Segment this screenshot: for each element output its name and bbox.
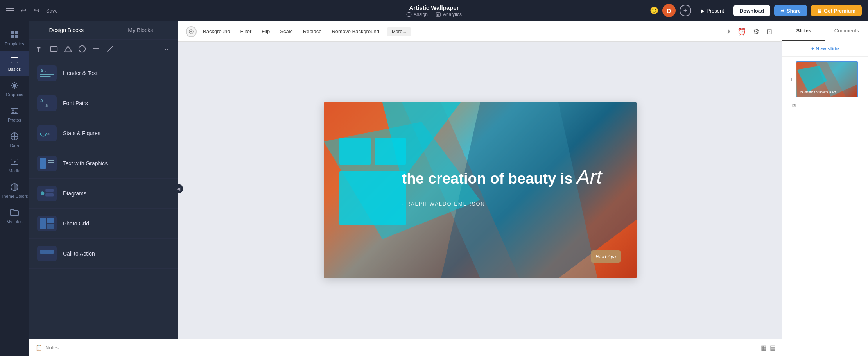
svg-rect-56 — [339, 171, 406, 225]
panel-tabs: Design Blocks My Blocks — [29, 21, 178, 40]
toolbar-background[interactable]: Background — [199, 26, 234, 37]
screenshot-icon-button[interactable]: ⊡ — [764, 25, 774, 38]
slide-action-bar: ⧉ — [787, 100, 863, 110]
slide-action-button[interactable]: ⧉ — [792, 102, 796, 109]
block-item-diagrams[interactable]: Diagrams — [29, 179, 178, 209]
svg-rect-7 — [11, 35, 14, 38]
tab-comments[interactable]: Comments — [825, 21, 868, 41]
block-item-header-text[interactable]: A a Header & Text — [29, 58, 178, 88]
rect-shape-button[interactable] — [50, 45, 58, 53]
sidebar-item-data[interactable]: Data — [0, 127, 29, 152]
notes-bar: 📋 Notes ▦ ▤ — [178, 339, 782, 356]
share-icon: ➦ — [780, 8, 785, 14]
redo-button[interactable]: ↪ — [32, 5, 41, 16]
save-label[interactable]: Save — [46, 8, 58, 14]
sidebar-item-templates[interactable]: Templates — [0, 25, 29, 51]
assign-item[interactable]: Assign — [406, 12, 428, 17]
notes-view-buttons: ▦ ▤ — [761, 344, 776, 351]
svg-rect-19 — [51, 47, 57, 52]
topbar-right: 🙂 D + ▶ Present Download ➦ Share ♛ Get P… — [650, 4, 862, 17]
new-slide-button[interactable]: + New slide — [782, 41, 868, 57]
svg-rect-40 — [45, 193, 54, 197]
block-label-photo-grid: Photo Grid — [63, 220, 89, 227]
toolbar-filter[interactable]: Filter — [236, 26, 255, 37]
share-button[interactable]: ➦ Share — [774, 5, 807, 16]
svg-line-24 — [113, 46, 113, 47]
svg-rect-41 — [40, 218, 46, 229]
shape-more-button[interactable]: ⋯ — [164, 45, 171, 53]
photo-grid-icon — [37, 216, 57, 231]
text-shape-button[interactable]: T — [36, 45, 44, 53]
block-item-photo-grid[interactable]: Photo Grid — [29, 209, 178, 239]
svg-point-11 — [13, 84, 16, 88]
timer-icon-button[interactable]: ⏰ — [735, 25, 748, 38]
premium-button[interactable]: ♛ Get Premium — [811, 5, 862, 16]
svg-rect-33 — [40, 158, 46, 169]
sidebar-item-my-files[interactable]: My Files — [0, 203, 29, 229]
block-item-stats[interactable]: % Stats & Figures — [29, 118, 178, 148]
svg-point-48 — [190, 31, 192, 32]
grid-view-button[interactable]: ▦ — [761, 344, 767, 351]
avatar: D — [662, 4, 676, 17]
svg-point-37 — [41, 191, 45, 195]
sidebar-item-theme-colors[interactable]: Theme Colors — [0, 178, 29, 203]
block-item-cta[interactable]: Call to Action — [29, 239, 178, 269]
svg-point-0 — [407, 12, 411, 17]
collapse-panel-button[interactable]: ◀ — [174, 184, 183, 193]
slide-canvas[interactable]: the creation of beauty is Art - RALPH WA… — [324, 102, 637, 278]
music-icon-button[interactable]: ♪ — [725, 25, 732, 38]
block-item-font-pairs[interactable]: A a Font Pairs — [29, 88, 178, 118]
present-button[interactable]: ▶ Present — [695, 5, 730, 16]
sidebar-item-basics[interactable]: Basics — [0, 51, 29, 76]
text-graphics-icon — [37, 156, 57, 171]
slide-author: - RALPH WALDO EMERSON — [402, 201, 613, 207]
toolbar-more[interactable]: More... — [387, 27, 411, 36]
download-button[interactable]: Download — [733, 5, 770, 16]
slide-thumb-row-1: 1 the creation of beauty is Art — [787, 61, 863, 97]
canvas-area: the creation of beauty is Art - RALPH WA… — [178, 42, 782, 356]
slide-divider — [402, 195, 527, 195]
toolbar-replace[interactable]: Replace — [299, 26, 326, 37]
svg-line-23 — [108, 46, 113, 52]
position-indicator[interactable] — [186, 26, 197, 37]
icon-bar: Templates Basics Graphics Photos Data Me… — [0, 21, 29, 356]
stats-icon: % — [37, 125, 57, 141]
triangle-shape-button[interactable] — [64, 45, 72, 53]
shape-toolbar: T ⋯ — [29, 40, 178, 58]
block-label-header-text: Header & Text — [63, 70, 97, 76]
slide-italic-text: Art — [577, 166, 602, 188]
slide-text-block: the creation of beauty is Art - RALPH WA… — [402, 165, 613, 207]
svg-marker-16 — [14, 161, 16, 163]
svg-rect-5 — [11, 31, 14, 34]
slide-thumbnail-1[interactable]: the creation of beauty is Art — [796, 61, 858, 97]
emoji-button[interactable]: 🙂 — [650, 6, 658, 15]
block-label-diagrams: Diagrams — [63, 190, 86, 197]
block-item-text-with-graphics[interactable]: Text with Graphics — [29, 148, 178, 179]
settings-icon-button[interactable]: ⚙ — [751, 25, 761, 38]
toolbar-flip[interactable]: Flip — [258, 26, 274, 37]
pen-shape-button[interactable] — [106, 45, 115, 53]
undo-button[interactable]: ↩ — [19, 5, 28, 16]
analytics-item[interactable]: Analytics — [436, 12, 462, 17]
thumb-text: the creation of beauty is Art — [800, 91, 836, 93]
line-shape-button[interactable] — [92, 45, 100, 53]
sidebar-item-graphics[interactable]: Graphics — [0, 76, 29, 102]
toolbar-remove-background[interactable]: Remove Background — [328, 26, 383, 37]
hamburger-menu[interactable] — [6, 8, 14, 13]
tab-slides[interactable]: Slides — [782, 21, 825, 41]
circle-shape-button[interactable] — [78, 45, 86, 53]
list-view-button[interactable]: ▤ — [770, 344, 776, 351]
topbar-sub: Assign Analytics — [406, 12, 462, 17]
add-collaborator-button[interactable]: + — [680, 5, 691, 16]
toolbar-scale[interactable]: Scale — [276, 26, 297, 37]
element-toolbar: Background Filter Flip Scale Replace Rem… — [178, 21, 782, 42]
svg-rect-8 — [15, 35, 18, 38]
crown-icon: ♛ — [817, 8, 822, 14]
tab-my-blocks[interactable]: My Blocks — [104, 21, 178, 39]
tab-design-blocks[interactable]: Design Blocks — [29, 21, 104, 39]
sidebar-item-photos[interactable]: Photos — [0, 102, 29, 127]
slides-tab-bar: Slides Comments — [782, 21, 868, 41]
block-label-font-pairs: Font Pairs — [63, 100, 88, 106]
sidebar-item-media[interactable]: Media — [0, 152, 29, 178]
svg-point-13 — [12, 109, 14, 111]
